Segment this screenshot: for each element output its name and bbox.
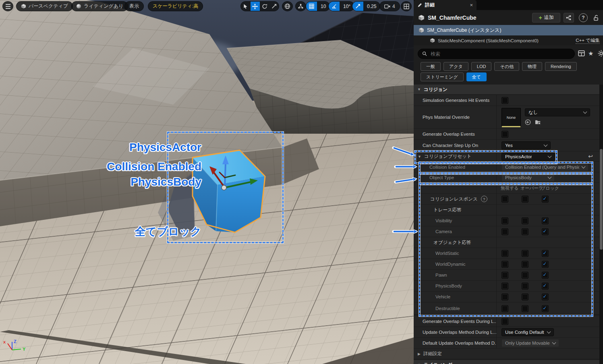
gear-icon[interactable] <box>598 50 603 57</box>
scale-snap-value: 0.25 <box>363 4 380 9</box>
quad-view-icon <box>404 4 409 9</box>
view-mode-button[interactable]: ライティングあり <box>71 1 128 11</box>
help-icon[interactable]: ? <box>579 13 588 22</box>
cursor-icon <box>243 4 248 9</box>
filter-row-2: ストリーミング 全て <box>421 72 489 81</box>
checkbox[interactable] <box>501 131 508 138</box>
use-selected-icon[interactable] <box>525 119 531 125</box>
tab-details[interactable]: 詳細 × <box>414 0 477 10</box>
row-default-update: Default Update Overlaps Method D... Only… <box>414 338 599 349</box>
world-local-toggle[interactable] <box>282 1 293 11</box>
scale-icon <box>271 4 277 9</box>
axis-y-label: Y <box>23 347 26 352</box>
scale-snap-control[interactable]: 0.25 <box>352 1 380 11</box>
select-tool-button[interactable] <box>241 1 251 11</box>
axis-z-label: Z <box>14 339 17 344</box>
reset-to-default-icon[interactable]: ↩ <box>588 153 593 159</box>
filter-row-1: 一般 アクタ LOD その他 物理 Rendering <box>421 62 580 71</box>
filter-streaming[interactable]: ストリーミング <box>421 72 464 81</box>
mesh-icon <box>430 38 435 43</box>
filter-actor[interactable]: アクタ <box>443 62 468 71</box>
lit-sphere-icon <box>76 4 81 9</box>
cube-icon <box>21 4 26 9</box>
snap-icon <box>298 3 304 9</box>
mesh-icon <box>418 14 425 21</box>
section-lighting-label: ライティング <box>424 362 452 364</box>
row-step-up: Can Character Step Up On Yes <box>414 140 599 151</box>
viewport-menu-button[interactable] <box>2 1 13 11</box>
scrollbar-thumb[interactable] <box>600 149 603 250</box>
search-box[interactable] <box>418 49 575 59</box>
rotation-snap-control[interactable]: 10° <box>328 1 354 11</box>
level-viewport[interactable]: Z Y X パースペクティブ ライティングあり 表示 スケーラビリティ:高 <box>0 0 414 364</box>
checkbox[interactable] <box>501 97 508 104</box>
rotate-tool-button[interactable] <box>260 1 269 11</box>
expander-icon: ▼ <box>417 87 421 91</box>
scrollbar[interactable] <box>599 85 603 364</box>
perspective-button[interactable]: パースペクティブ <box>16 1 73 11</box>
globe-icon <box>284 3 290 9</box>
material-thumbnail[interactable]: None <box>501 108 521 127</box>
move-tool-button[interactable] <box>251 1 260 11</box>
scale-snap-icon <box>352 1 363 11</box>
add-component-button[interactable]: + 追加 <box>532 13 560 23</box>
section-collision[interactable]: ▼ コリジョン <box>414 85 599 94</box>
filter-rendering[interactable]: Rendering <box>545 62 577 71</box>
search-input[interactable] <box>430 51 570 57</box>
chevron-down-icon <box>547 330 551 334</box>
filter-general[interactable]: 一般 <box>421 62 441 71</box>
surface-snapping-button[interactable] <box>295 1 306 11</box>
scalability-button[interactable]: スケーラビリティ:高 <box>148 1 203 11</box>
annotation-collision-enabled: Collision Enabled <box>107 160 201 173</box>
scale-tool-button[interactable] <box>269 1 279 11</box>
row-advanced[interactable]: ▶ 詳細設定 <box>414 349 599 359</box>
row-update-overlaps: Update Overlaps Method During L... Use C… <box>414 327 599 338</box>
instance-row[interactable]: SM_ChamferCube (インスタンス) <box>414 25 603 35</box>
camera-icon <box>384 4 390 9</box>
close-icon[interactable]: × <box>470 2 473 8</box>
filter-other[interactable]: その他 <box>494 62 519 71</box>
axis-x-label: X <box>3 340 6 344</box>
checkbox[interactable] <box>501 318 508 325</box>
object-name: SM_ChamferCube <box>428 14 477 21</box>
viewport-layout-button[interactable] <box>401 1 412 11</box>
unreal-editor: { "viewport": { "toolbar": { "perspectiv… <box>0 0 603 364</box>
filter-lod[interactable]: LOD <box>471 62 492 71</box>
grid-snap-value: 10 <box>317 4 329 9</box>
perspective-label: パースペクティブ <box>29 3 68 10</box>
section-lighting[interactable]: ▼ ライティング <box>414 360 599 364</box>
favorites-icon[interactable]: ★ <box>588 50 593 57</box>
lit-label: ライティングあり <box>84 3 123 10</box>
show-button[interactable]: 表示 <box>124 1 144 11</box>
transform-tools <box>240 1 279 11</box>
instance-label: SM_ChamferCube (インスタンス) <box>427 27 501 34</box>
component-label: StaticMeshComponent (StaticMeshComponent… <box>438 38 539 43</box>
annotation-physicsbody: PhysicsBody <box>131 176 201 188</box>
camera-speed-control[interactable]: 4 <box>379 1 400 11</box>
unlock-icon[interactable] <box>593 14 599 21</box>
display-options-icon[interactable] <box>578 50 585 57</box>
grid-snap-icon <box>306 1 317 11</box>
filter-all[interactable]: 全て <box>466 72 487 81</box>
step-up-dropdown[interactable]: Yes <box>501 141 551 149</box>
update-overlaps-dropdown[interactable]: Use Config Default <box>501 328 554 336</box>
filter-physics[interactable]: 物理 <box>522 62 542 71</box>
mesh-icon <box>419 27 424 33</box>
default-update-dropdown[interactable]: Only Update Movable <box>501 339 559 347</box>
camera-speed-value: 4 <box>392 4 395 9</box>
search-icon <box>422 51 427 56</box>
angle-snap-icon <box>329 1 340 11</box>
browse-asset-icon[interactable] <box>535 119 541 125</box>
component-row[interactable]: StaticMeshComponent (StaticMeshComponent… <box>414 35 603 46</box>
highlight-box-response-matrix <box>419 183 593 316</box>
phys-material-dropdown[interactable]: なし <box>525 108 590 116</box>
blueprint-edit-button[interactable] <box>564 13 574 23</box>
expander-icon: ▶ <box>418 352 421 356</box>
edit-cpp-link[interactable]: C++ で編集 <box>576 37 600 44</box>
search-row: ★ <box>414 46 603 62</box>
grid-snap-control[interactable]: 10 <box>306 1 330 11</box>
hamburger-icon <box>6 4 10 9</box>
details-header: SM_ChamferCube + 追加 ? <box>414 10 603 25</box>
chevron-down-icon <box>544 143 548 147</box>
plus-icon: + <box>539 14 542 21</box>
